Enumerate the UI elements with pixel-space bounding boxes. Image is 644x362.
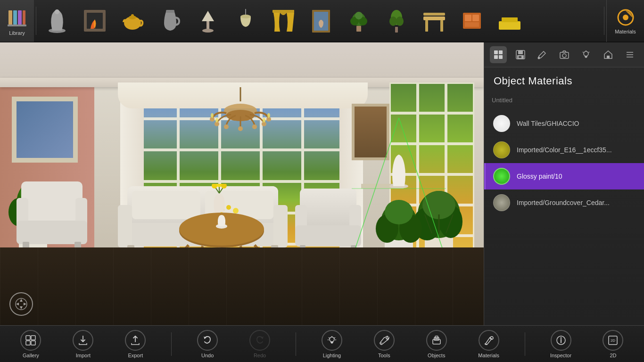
obj-table[interactable] (415, 0, 453, 42)
material-item-wall-tiles[interactable]: Wall Tiles/GHIACCIO (484, 110, 644, 137)
library-icon (5, 6, 29, 30)
lighting-button[interactable]: Lighting (315, 326, 348, 362)
material-item-groundcover[interactable]: Imported/Groundcover_Cedar... (484, 189, 644, 216)
floor (0, 247, 484, 325)
panel-tool-save[interactable] (512, 46, 529, 63)
materials-label: Materials (615, 29, 636, 34)
svg-line-146 (334, 337, 335, 338)
undo-icon (197, 330, 218, 351)
svg-rect-125 (518, 50, 523, 54)
obj-teapot[interactable] (114, 0, 151, 42)
svg-rect-140 (31, 336, 35, 340)
svg-point-143 (330, 337, 334, 342)
right-panel: Object Materials Untitled Wall Tiles/GHI… (484, 42, 644, 325)
obj-pendant[interactable] (227, 0, 264, 42)
library-label: Library (9, 30, 25, 36)
svg-marker-117 (20, 306, 23, 309)
svg-point-131 (584, 51, 588, 56)
svg-point-51 (211, 113, 214, 118)
svg-rect-0 (8, 10, 12, 25)
gallery-icon (20, 330, 41, 351)
sep-2 (296, 332, 296, 356)
gallery-button[interactable]: Gallery (14, 326, 47, 362)
svg-rect-122 (494, 55, 498, 59)
panel-tool-move[interactable] (490, 46, 507, 63)
svg-point-149 (380, 342, 382, 344)
mat-name-wall-tiles: Wall Tiles/GHIACCIO (517, 120, 579, 127)
materials-bottom-label: Materials (478, 353, 499, 358)
export-icon (125, 330, 146, 351)
objects-button[interactable]: Objects (420, 326, 453, 362)
panel-tool-paint[interactable] (534, 46, 551, 63)
svg-point-28 (396, 16, 404, 26)
room-scene (0, 42, 484, 325)
svg-point-6 (55, 9, 59, 14)
svg-rect-95 (300, 189, 356, 226)
library-button[interactable]: Library (0, 0, 34, 42)
main-area: Object Materials Untitled Wall Tiles/GHI… (0, 42, 644, 325)
material-item-color-e16[interactable]: Imported/Color_E16__1eccf35... (484, 137, 644, 163)
materials-icon (615, 7, 636, 29)
panel-tool-camera[interactable] (556, 46, 573, 63)
top-toolbar: Library (0, 0, 644, 42)
svg-rect-123 (499, 55, 503, 59)
svg-rect-30 (425, 20, 428, 32)
gallery-label: Gallery (23, 353, 39, 358)
svg-text:2D: 2D (611, 338, 615, 343)
obj-lamp[interactable] (189, 0, 227, 42)
panel-tool-home[interactable] (600, 46, 617, 63)
svg-point-24 (355, 12, 363, 19)
obj-fireplace[interactable] (76, 0, 114, 42)
tools-button[interactable]: Tools (368, 326, 401, 362)
svg-rect-142 (31, 341, 35, 345)
materials-bottom-button[interactable]: Materials (472, 326, 505, 362)
obj-curtains[interactable] (264, 0, 302, 42)
obj-tree[interactable] (378, 0, 415, 42)
objects-label: Objects (428, 353, 445, 358)
viewport[interactable] (0, 42, 484, 325)
panel-tool-light[interactable] (578, 46, 594, 63)
svg-rect-141 (26, 341, 30, 345)
materials-list: Wall Tiles/GHIACCIO Imported/Color_E16__… (484, 107, 644, 325)
svg-rect-29 (423, 16, 445, 20)
svg-rect-3 (23, 10, 25, 25)
svg-rect-121 (499, 50, 503, 54)
panel-toolbar (484, 42, 644, 67)
svg-rect-78 (273, 205, 288, 247)
material-item-glossy[interactable]: Glossy paint/10 (484, 163, 644, 189)
chandelier (203, 87, 278, 196)
obj-shelf[interactable] (453, 0, 491, 42)
undo-button[interactable]: Undo (191, 326, 224, 362)
svg-point-111 (385, 200, 413, 224)
export-button[interactable]: Export (119, 326, 152, 362)
obj-picture[interactable] (302, 0, 340, 42)
svg-rect-98 (295, 225, 361, 247)
objects-icon (426, 330, 447, 351)
obj-jug[interactable] (151, 0, 189, 42)
svg-rect-127 (519, 56, 521, 58)
inspector-icon (551, 330, 571, 351)
svg-rect-36 (465, 22, 479, 27)
svg-line-134 (589, 52, 590, 53)
lighting-label: Lighting (323, 353, 341, 358)
2d-icon: 2D (603, 330, 623, 351)
obj-vase[interactable] (38, 0, 76, 42)
svg-point-14 (202, 29, 214, 33)
mat-name-glossy: Glossy paint/10 (517, 173, 562, 180)
obj-platform[interactable] (491, 0, 528, 42)
redo-button[interactable]: Redo (243, 326, 276, 362)
mat-name-groundcover: Imported/Groundcover_Cedar... (517, 199, 610, 206)
armchair-right (293, 186, 363, 252)
materials-button[interactable]: Materials (606, 0, 644, 42)
obj-plant-bush[interactable] (340, 0, 378, 42)
svg-point-53 (215, 118, 218, 123)
panel-tool-list[interactable] (621, 46, 638, 63)
2d-button[interactable]: 2D 2D (596, 326, 629, 362)
svg-rect-1 (13, 10, 17, 25)
svg-marker-119 (24, 303, 26, 305)
nav-circle[interactable] (9, 292, 33, 316)
toolbar-sep-1 (36, 7, 36, 35)
svg-rect-34 (465, 15, 471, 21)
inspector-button[interactable]: Inspector (545, 326, 578, 362)
import-button[interactable]: Import (66, 326, 99, 362)
